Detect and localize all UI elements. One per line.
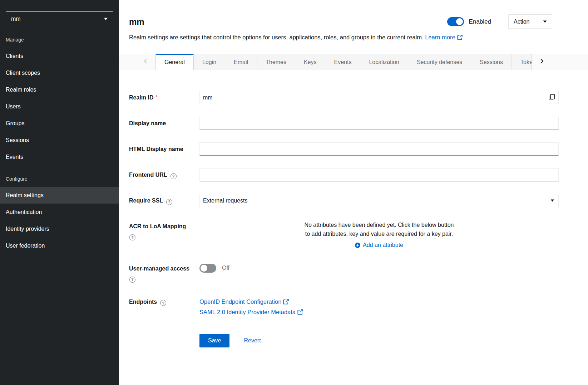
plus-circle-icon	[355, 243, 360, 248]
realm-id-input[interactable]	[199, 91, 559, 104]
external-link-icon	[283, 299, 289, 304]
form-row-display-name: Display name	[129, 117, 559, 130]
form-row-frontend-url: Frontend URL?	[129, 168, 559, 181]
form-row-acr-mapping: ACR to LoA Mapping ? No attributes have …	[129, 220, 559, 249]
tab-keys[interactable]: Keys	[295, 54, 326, 70]
description-text: Realm settings are settings that control…	[129, 34, 424, 40]
sidebar-item-groups[interactable]: Groups	[0, 115, 119, 132]
sidebar-item-clients[interactable]: Clients	[0, 48, 119, 64]
sidebar-item-client-scopes[interactable]: Client scopes	[0, 64, 119, 81]
endpoints-label: Endpoints	[129, 299, 157, 305]
help-icon[interactable]: ?	[171, 173, 177, 179]
sidebar-item-events[interactable]: Events	[0, 148, 119, 165]
frontend-url-input[interactable]	[199, 168, 559, 181]
acr-mapping-label: ACR to LoA Mapping	[129, 223, 186, 229]
acr-empty-state: No attributes have been defined yet. Cli…	[199, 220, 559, 249]
realm-enabled-toggle[interactable]	[447, 17, 464, 26]
external-link-icon	[457, 35, 463, 40]
html-display-name-input[interactable]	[199, 142, 559, 156]
openid-endpoint-link[interactable]: OpenID Endpoint Configuration	[199, 297, 559, 307]
add-attribute-link[interactable]: Add an attribute	[355, 242, 403, 248]
learn-more-link[interactable]: Learn more	[425, 34, 462, 40]
help-icon[interactable]: ?	[160, 300, 166, 306]
tab-sessions[interactable]: Sessions	[471, 54, 512, 70]
chevron-left-icon	[144, 59, 147, 65]
page-header: mm Enabled Action Realm settings are set…	[119, 0, 588, 42]
header-actions: Enabled Action	[447, 14, 552, 29]
app-window: mm Manage Clients Client scopes Realm ro…	[0, 0, 588, 385]
tab-security-defenses[interactable]: Security defenses	[408, 54, 471, 70]
form-row-realm-id: Realm ID*	[129, 91, 559, 104]
tab-events[interactable]: Events	[325, 54, 360, 70]
acr-empty-state-text: No attributes have been defined yet. Cli…	[302, 220, 456, 238]
form-actions: Save Revert	[129, 334, 559, 347]
help-icon[interactable]: ?	[166, 199, 172, 205]
tabs-spacer	[119, 54, 135, 70]
nav-list: Clients Client scopes Realm roles Users …	[0, 48, 119, 165]
tabs-scroll-right-button[interactable]	[532, 54, 552, 70]
realm-id-label: Realm ID	[129, 94, 153, 101]
realm-selector-value: mm	[11, 16, 21, 22]
nav-section-configure: Configure Realm settings Authentication …	[0, 176, 119, 254]
save-button[interactable]: Save	[199, 334, 229, 347]
tab-email[interactable]: Email	[225, 54, 257, 70]
frontend-url-label: Frontend URL	[129, 172, 167, 178]
sidebar-item-identity-providers[interactable]: Identity providers	[0, 220, 119, 237]
page-title: mm	[129, 17, 144, 27]
form-row-html-display-name: HTML Display name	[129, 142, 559, 156]
display-name-label: Display name	[129, 120, 166, 126]
nav-section-manage: Manage Clients Client scopes Realm roles…	[0, 37, 119, 165]
sidebar-item-realm-roles[interactable]: Realm roles	[0, 81, 119, 98]
tab-themes[interactable]: Themes	[257, 54, 295, 70]
sidebar: mm Manage Clients Client scopes Realm ro…	[0, 0, 119, 385]
nav-section-title: Manage	[0, 37, 119, 43]
user-managed-access-toggle[interactable]	[199, 264, 216, 273]
require-ssl-selected-value: External requests	[203, 198, 248, 204]
tabs-spacer	[552, 54, 588, 70]
general-settings-form: Realm ID* Display name	[119, 70, 588, 362]
tab-tokens[interactable]: Tokens	[512, 54, 532, 70]
main-content: mm Enabled Action Realm settings are set…	[119, 0, 588, 385]
user-managed-access-label: User-managed access	[129, 265, 189, 272]
help-icon[interactable]: ?	[129, 234, 135, 240]
saml-metadata-link[interactable]: SAML 2.0 Identity Provider Metadata	[199, 307, 559, 317]
tab-login[interactable]: Login	[194, 54, 225, 70]
caret-down-icon	[543, 20, 547, 23]
sidebar-item-sessions[interactable]: Sessions	[0, 132, 119, 148]
form-row-user-managed-access: User-managed access ? Off	[129, 262, 559, 283]
action-dropdown-label: Action	[514, 19, 529, 25]
sidebar-item-users[interactable]: Users	[0, 98, 119, 115]
tabs-bar: General Login Email Themes Keys Events L…	[119, 54, 588, 70]
copy-button[interactable]	[545, 92, 558, 103]
external-link-icon	[297, 309, 303, 315]
copy-icon	[549, 94, 555, 101]
chevron-right-icon	[540, 59, 544, 65]
required-indicator: *	[155, 94, 157, 100]
revert-button[interactable]: Revert	[244, 337, 261, 344]
page-description: Realm settings are settings that control…	[129, 33, 552, 42]
enabled-label: Enabled	[469, 18, 491, 25]
tabs-list: General Login Email Themes Keys Events L…	[155, 54, 532, 70]
tab-localization[interactable]: Localization	[360, 54, 408, 70]
require-ssl-select[interactable]: External requests	[199, 194, 559, 207]
help-icon[interactable]: ?	[129, 277, 135, 283]
tab-general[interactable]: General	[155, 54, 194, 70]
sidebar-item-realm-settings[interactable]: Realm settings	[0, 187, 119, 204]
user-managed-access-state: Off	[222, 265, 229, 271]
realm-selector-dropdown[interactable]: mm	[6, 11, 113, 26]
html-display-name-label: HTML Display name	[129, 146, 183, 152]
form-row-require-ssl: Require SSL? External requests	[129, 194, 559, 207]
nav-section-title: Configure	[0, 176, 119, 182]
sidebar-item-user-federation[interactable]: User federation	[0, 237, 119, 254]
caret-down-icon	[104, 18, 108, 20]
form-row-endpoints: Endpoints? OpenID Endpoint Configuration…	[129, 295, 559, 317]
tabs-scroll-left-button[interactable]	[135, 54, 155, 70]
sidebar-item-authentication[interactable]: Authentication	[0, 204, 119, 220]
nav-list: Realm settings Authentication Identity p…	[0, 187, 119, 254]
caret-down-icon	[550, 199, 554, 202]
require-ssl-label: Require SSL	[129, 198, 163, 204]
action-dropdown-button[interactable]: Action	[508, 14, 552, 29]
display-name-input[interactable]	[199, 117, 559, 130]
